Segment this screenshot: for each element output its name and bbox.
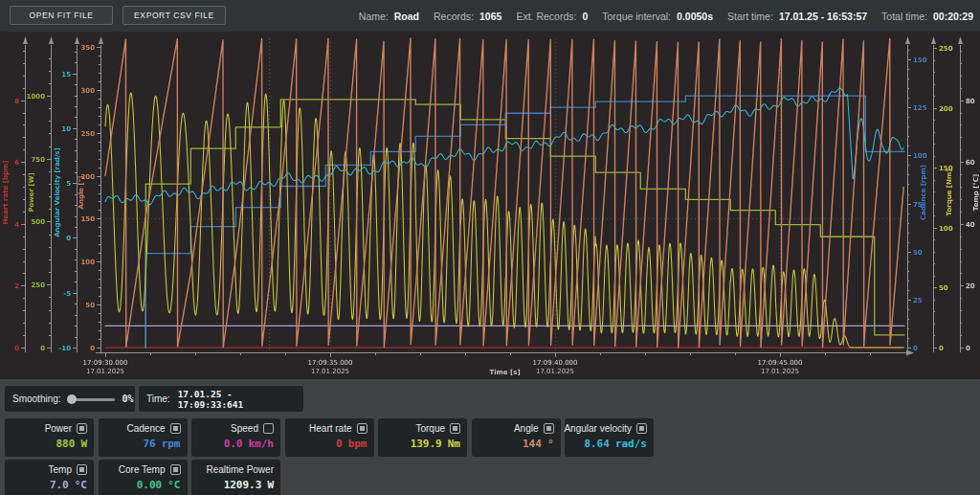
core-temp-value: 0.00°C [105, 479, 181, 491]
metric-panel-core-temp: Core Temp0.00°C [99, 460, 188, 495]
chart-panel [0, 32, 980, 379]
cadence-label: Cadence [126, 423, 165, 434]
smoothing-panel: Smoothing: 0% [5, 386, 135, 412]
core-temp-visibility-checkbox[interactable] [170, 464, 181, 475]
temp-label: Temp [49, 464, 72, 475]
smoothing-slider-handle[interactable] [67, 394, 77, 404]
angle-label: Angle [514, 423, 539, 434]
stat-torque-interval: Torque interval:0.0050s [602, 11, 713, 22]
stat-ext-records: Ext. Records:0 [516, 11, 588, 22]
angle-value: 144° [479, 438, 554, 450]
metric-panel-angle: Angle144° [472, 418, 561, 457]
realtime-power-value: 1209.3W [198, 479, 274, 491]
chart-canvas[interactable] [0, 32, 980, 379]
speed-label: Speed [231, 423, 258, 434]
angle-visibility-checkbox[interactable] [544, 423, 554, 434]
heart-rate-value: 0bpm [292, 438, 368, 450]
stat-name: Name:Road [359, 11, 419, 22]
metric-panel-angular-velocity: Angular velocity8.64rad/s [565, 418, 654, 457]
torque-value: 139.9Nm [385, 438, 460, 450]
stat-total-time: Total time:00:20:29 [881, 11, 973, 22]
power-value: 880W [11, 438, 87, 450]
metric-panel-cadence: Cadence76rpm [99, 418, 188, 457]
metric-panel-torque: Torque139.9Nm [378, 418, 467, 457]
metric-panel-power: Power880W [5, 418, 94, 457]
smoothing-value: 0% [122, 394, 134, 404]
open-fit-file-button[interactable]: OPEN FIT FILE [10, 6, 113, 25]
cadence-value: 76rpm [105, 438, 181, 450]
power-label: Power [45, 423, 72, 434]
smoothing-slider[interactable] [67, 394, 117, 405]
angular-velocity-label: Angular velocity [564, 423, 632, 434]
angular-velocity-value: 8.64rad/s [571, 438, 647, 450]
heart-rate-label: Heart rate [309, 423, 351, 434]
power-visibility-checkbox[interactable] [77, 423, 87, 434]
smoothing-label: Smoothing: [12, 394, 61, 404]
angular-velocity-visibility-checkbox[interactable] [636, 423, 647, 434]
torque-label: Torque [415, 423, 445, 434]
metric-panel-realtime-power: Realtime Power1209.3W [191, 460, 280, 495]
time-label: Time: [146, 394, 170, 404]
time-value: 17.01.25 - 17:09:33:641 [178, 389, 296, 410]
realtime-power-label: Realtime Power [206, 464, 274, 475]
file-stats: Name:RoadRecords:1065Ext. Records:0Torqu… [359, 0, 973, 32]
time-panel: Time: 17.01.25 - 17:09:33:641 [139, 386, 303, 412]
temp-visibility-checkbox[interactable] [77, 464, 87, 475]
speed-visibility-checkbox[interactable] [263, 423, 274, 434]
temp-value: 7.0°C [11, 479, 87, 491]
heart-rate-visibility-checkbox[interactable] [357, 423, 368, 434]
torque-visibility-checkbox[interactable] [450, 423, 460, 434]
metric-panel-heart-rate: Heart rate0bpm [285, 418, 374, 457]
metric-panel-speed: Speed0.0km/h [191, 418, 280, 457]
metric-panel-temp: Temp7.0°C [5, 460, 94, 495]
cadence-visibility-checkbox[interactable] [170, 423, 181, 434]
core-temp-label: Core Temp [119, 464, 166, 475]
stat-start-time: Start time:17.01.25 - 16:53:57 [727, 11, 867, 22]
toolbar: OPEN FIT FILE EXPORT CSV FILE Name:RoadR… [0, 0, 980, 32]
export-csv-file-button[interactable]: EXPORT CSV FILE [122, 6, 226, 25]
speed-value: 0.0km/h [198, 438, 274, 450]
stat-records: Records:1065 [434, 11, 501, 22]
